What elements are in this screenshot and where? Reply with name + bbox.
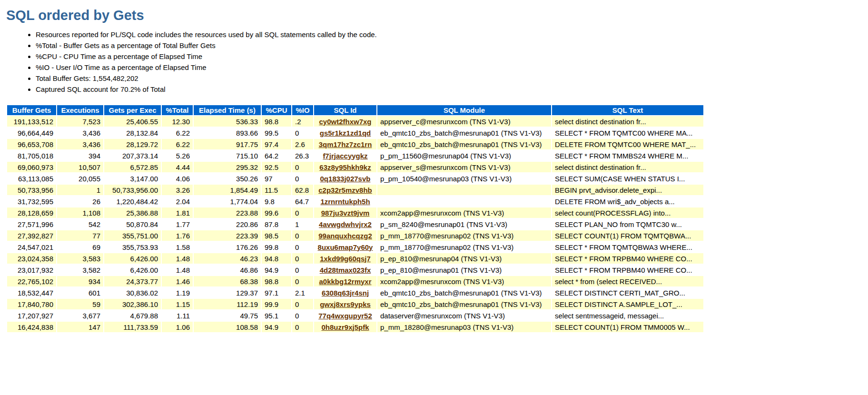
cell-pct_total: 1.11 <box>162 310 193 321</box>
cell-pct_total: 1.81 <box>162 207 193 218</box>
table-row: 16,424,838147111,733.591.06108.5894.900h… <box>7 322 703 332</box>
sql-id-link[interactable]: f7jrjaccyygkz <box>323 152 367 160</box>
cell-executions: 601 <box>57 287 103 298</box>
sql-id-link[interactable]: 0h8uzr9xj5pfk <box>321 323 369 331</box>
cell-elapsed_time_s: 715.10 <box>194 150 261 161</box>
cell-elapsed_time_s: 49.75 <box>194 310 261 321</box>
sql-id-link[interactable]: 987ju3vzt9jvm <box>321 209 370 217</box>
note-item: %IO - User I/O Time as a percentage of E… <box>36 63 868 72</box>
cell-sql_id: 99anquxhcqzg2 <box>314 230 376 241</box>
table-row: 28,128,6591,10825,386.881.81223.8899.609… <box>7 207 703 218</box>
table-row: 50,733,956150,733,956.003.261,854.4911.5… <box>7 185 703 195</box>
table-row: 69,060,97310,5076,572.854.44295.3292.506… <box>7 162 703 172</box>
cell-pct_io: 0 <box>292 276 313 286</box>
cell-pct_cpu: 99.9 <box>262 299 291 309</box>
cell-sql_text: SELECT * FROM TMMBS24 WHERE M... <box>552 150 703 161</box>
cell-pct_total: 1.48 <box>162 265 193 275</box>
cell-pct_cpu: 94.9 <box>262 322 291 332</box>
note-item: Total Buffer Gets: 1,554,482,202 <box>36 74 868 83</box>
cell-sql_id: 4d28tmax023fx <box>314 265 376 275</box>
column-header-sql_module: SQL Module <box>377 105 551 115</box>
cell-buffer_gets: 16,424,838 <box>7 322 56 332</box>
cell-gets_per_exec: 4,679.88 <box>104 310 161 321</box>
sql-id-link[interactable]: 99anquxhcqzg2 <box>318 232 372 240</box>
cell-executions: 147 <box>57 322 103 332</box>
sql-id-link[interactable]: 63z8y95hkh9kz <box>319 163 371 171</box>
sql-id-link[interactable]: 4avwgdwhvjrx2 <box>319 220 372 228</box>
sql-id-link[interactable]: 77q4wxgupyr52 <box>318 312 372 320</box>
sql-id-link[interactable]: gwxj8xrs9ypks <box>320 300 371 308</box>
cell-sql_id: 1zrnrntukph5h <box>314 196 376 207</box>
cell-sql_text: select distinct destination fr... <box>552 162 703 172</box>
cell-sql_module: p_pm_11560@mesrunap04 (TNS V1-V3) <box>377 150 551 161</box>
cell-pct_cpu: 99.6 <box>262 207 291 218</box>
cell-pct_cpu: 87.8 <box>262 219 291 229</box>
cell-pct_total: 1.77 <box>162 219 193 229</box>
awr-report-page: SQL ordered by Gets Resources reported f… <box>0 0 868 333</box>
cell-pct_total: 1.15 <box>162 299 193 309</box>
column-header-executions: Executions <box>57 105 103 115</box>
cell-buffer_gets: 31,732,595 <box>7 196 56 207</box>
table-row: 22,765,10293424,373.771.4668.3898.80a0kk… <box>7 276 703 286</box>
cell-elapsed_time_s: 112.19 <box>194 299 261 309</box>
sql-id-link[interactable]: a0kkbg12rmyxr <box>319 277 371 286</box>
sql-id-link[interactable]: 3qm17hz7zc1rn <box>319 140 372 148</box>
cell-pct_cpu: 64.2 <box>262 150 291 161</box>
sql-id-link[interactable]: 1zrnrntukph5h <box>320 198 370 206</box>
cell-pct_io: 0 <box>292 242 313 252</box>
cell-gets_per_exec: 28,129.72 <box>104 139 161 149</box>
sql-id-link[interactable]: 6308q63jr4snj <box>322 289 369 297</box>
cell-sql_module: eb_qmtc10_zbs_batch@mesrunap01 (TNS V1-V… <box>377 139 551 149</box>
cell-pct_io: 0 <box>292 322 313 332</box>
cell-gets_per_exec: 6,426.00 <box>104 253 161 264</box>
cell-buffer_gets: 191,133,512 <box>7 116 56 127</box>
sql-id-link[interactable]: 0q1833j027svb <box>320 175 371 183</box>
table-row: 18,532,44760130,836.021.19129.3797.12.16… <box>7 287 703 298</box>
cell-executions: 26 <box>57 196 103 207</box>
cell-pct_io: 0 <box>292 253 313 264</box>
column-header-sql_text: SQL Text <box>552 105 703 115</box>
cell-gets_per_exec: 111,733.59 <box>104 322 161 332</box>
sql-id-link[interactable]: 4d28tmax023fx <box>320 266 371 274</box>
cell-buffer_gets: 27,392,827 <box>7 230 56 241</box>
cell-elapsed_time_s: 1,774.04 <box>194 196 261 207</box>
cell-buffer_gets: 17,840,780 <box>7 299 56 309</box>
cell-gets_per_exec: 30,836.02 <box>104 287 161 298</box>
cell-pct_io: 0 <box>292 230 313 241</box>
cell-executions: 3,436 <box>57 139 103 149</box>
cell-pct_io: 0 <box>292 310 313 321</box>
sql-id-link[interactable]: cy0wt2fhxw7xg <box>319 118 371 126</box>
cell-pct_io: 2.6 <box>292 139 313 149</box>
cell-pct_io: 0 <box>292 207 313 218</box>
note-item: %Total - Buffer Gets as a percentage of … <box>36 41 868 50</box>
column-header-sql_id: SQL Id <box>314 105 376 115</box>
cell-elapsed_time_s: 295.32 <box>194 162 261 172</box>
cell-elapsed_time_s: 108.58 <box>194 322 261 332</box>
cell-pct_total: 12.30 <box>162 116 193 127</box>
cell-buffer_gets: 63,113,085 <box>7 173 56 184</box>
cell-elapsed_time_s: 917.75 <box>194 139 261 149</box>
cell-pct_total: 1.19 <box>162 287 193 298</box>
cell-sql_id: 6308q63jr4snj <box>314 287 376 298</box>
cell-executions: 394 <box>57 150 103 161</box>
sql-id-link[interactable]: 8uxu6map7y60y <box>318 243 373 251</box>
cell-buffer_gets: 96,664,449 <box>7 128 56 138</box>
cell-gets_per_exec: 6,572.85 <box>104 162 161 172</box>
cell-sql_module: p_mm_18280@mesrunap03 (TNS V1-V3) <box>377 322 551 332</box>
sql-id-link[interactable]: c2p32r5mzv8hb <box>318 186 372 194</box>
cell-elapsed_time_s: 68.38 <box>194 276 261 286</box>
sql-id-link[interactable]: 1xkd99g60qsj7 <box>320 255 371 263</box>
column-header-elapsed_time_s: Elapsed Time (s) <box>194 105 261 115</box>
cell-pct_cpu: 95.1 <box>262 310 291 321</box>
cell-pct_io: 0 <box>292 162 313 172</box>
table-row: 81,705,018394207,373.145.26715.1064.226.… <box>7 150 703 161</box>
cell-sql_id: gs5r1kz1zd1qd <box>314 128 376 138</box>
cell-executions: 20,055 <box>57 173 103 184</box>
cell-executions: 542 <box>57 219 103 229</box>
cell-gets_per_exec: 302,386.10 <box>104 299 161 309</box>
sql-id-link[interactable]: gs5r1kz1zd1qd <box>320 129 371 137</box>
table-row: 27,392,82777355,751.001.76223.3998.5099a… <box>7 230 703 241</box>
table-row: 17,840,78059302,386.101.15112.1999.90gwx… <box>7 299 703 309</box>
table-row: 24,547,02169355,753.931.58176.2699.808ux… <box>7 242 703 252</box>
cell-elapsed_time_s: 536.33 <box>194 116 261 127</box>
